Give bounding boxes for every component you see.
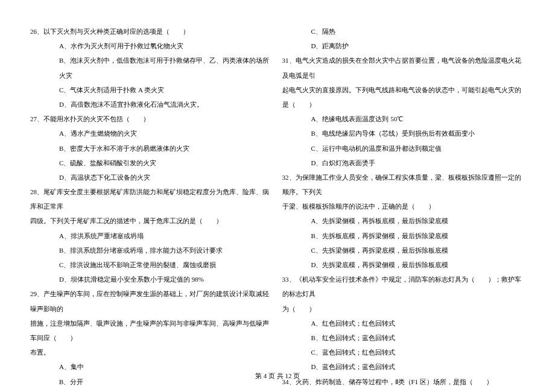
question-26: 26、以下灭火剂与灭火种类正确对应的选项是（ ） A、水作为灭火剂可用于扑救过氧… xyxy=(30,24,273,112)
q31-text: 31、电气火灾造成的损失在全部火灾中占据首要位置，电气设备的危险温度电火花及电弧… xyxy=(282,53,525,82)
right-column: C、隔热 D、距离防护 31、电气火灾造成的损失在全部火灾中占据首要位置，电气设… xyxy=(282,24,525,392)
q28-text2: 四级。下列关于尾矿库工况的描述中，属于危库工况的是（ ） xyxy=(30,213,273,228)
q31-opt-d: D、白炽灯泡表面烫手 xyxy=(282,156,525,170)
q26-text: 26、以下灭火剂与灭火种类正确对应的选项是（ ） xyxy=(30,24,273,39)
question-28: 28、尾矿库安全度主要根据尾矿库防洪能力和尾矿坝稳定程度分为危库、险库、病库和正… xyxy=(30,185,273,286)
left-column: 26、以下灭火剂与灭火种类正确对应的选项是（ ） A、水作为灭火剂可用于扑救过氧… xyxy=(30,24,273,392)
q30-opt-c: C、隔热 xyxy=(282,24,525,39)
q31-opt-c: C、运行中电动机的温度和温升都达到额定值 xyxy=(282,141,525,156)
q33-opt-c: C、蓝色回转式；红色回转式 xyxy=(282,345,525,359)
q29-opt-c: C、有序 xyxy=(30,389,273,392)
q31-opt-b: B、电线绝缘层内导体（芯线）受到损伤后有效截面变小 xyxy=(282,126,525,141)
q32-opt-d: D、先拆梁底模，再拆梁侧模，最后拆除板底模 xyxy=(282,258,525,272)
document-content: 26、以下灭火剂与灭火种类正确对应的选项是（ ） A、水作为灭火剂可用于扑救过氧… xyxy=(30,24,525,392)
q32-opt-a: A、先拆梁侧模，再拆板底模，最后拆除梁底模 xyxy=(282,213,525,228)
q26-opt-a: A、水作为灭火剂可用于扑救过氧化物火灾 xyxy=(30,39,273,53)
q30-opt-d: D、距离防护 xyxy=(282,39,525,53)
q29-text2: 措施，注意增加隔声、吸声设施，产生噪声的车间与非噪声车间、高噪声与低噪声车间应（… xyxy=(30,316,273,345)
q28-text: 28、尾矿库安全度主要根据尾矿库防洪能力和尾矿坝稳定程度分为危库、险库、病库和正… xyxy=(30,185,273,213)
q32-opt-c: C、先拆梁侧模，再拆梁底模，最后拆除板底模 xyxy=(282,243,525,258)
q26-opt-d: D、高倍数泡沫不适宜扑救液化石油气流淌火灾。 xyxy=(30,97,273,112)
q29-text: 29、产生噪声的车间，应在控制噪声发生源的基础上，对厂房的建筑设计采取减轻噪声影… xyxy=(30,286,273,315)
q28-opt-c: C、排洪设施出现不影响正常使用的裂缝、腐蚀或磨损 xyxy=(30,258,273,272)
q27-opt-c: C、硫酸、盐酸和硝酸引发的火灾 xyxy=(30,156,273,170)
q32-opt-b: B、先拆板底模，再拆梁侧模，最后拆除梁底模 xyxy=(282,229,525,243)
question-33: 33、《机动车安全运行技术条件》中规定，消防车的标志灯具为（ ）；救护车的标志灯… xyxy=(282,272,525,374)
question-27: 27、不能用水扑灭的火灾不包括（ ） A、遇水产生燃烧物的火灾 B、密度大于水和… xyxy=(30,112,273,185)
q27-opt-d: D、高温状态下化工设备的火灾 xyxy=(30,170,273,185)
q28-opt-a: A、排洪系统严重堵塞或坍塌 xyxy=(30,229,273,243)
q26-opt-b: B、泡沫灭火剂中，低倍数泡沫可用于扑救储存甲、乙、丙类液体的场所火灾 xyxy=(30,53,273,82)
q28-opt-b: B、排洪系统部分堵塞或坍塌，排水能力达不到设计要求 xyxy=(30,243,273,258)
q34-opt-a: A、起爆药、击发药、火工品制造场所 xyxy=(282,389,525,392)
question-31: 31、电气火灾造成的损失在全部火灾中占据首要位置，电气设备的危险温度电火花及电弧… xyxy=(282,53,525,170)
q29-text3: 布置。 xyxy=(30,345,273,359)
q31-opt-a: A、绝缘电线表面温度达到 50℃ xyxy=(282,112,525,126)
q32-text2: 于梁、板模板拆除顺序的说法中，正确的是（ ） xyxy=(282,199,525,213)
q33-opt-b: B、红色回转式；蓝色回转式 xyxy=(282,330,525,345)
q27-opt-a: A、遇水产生燃烧物的火灾 xyxy=(30,126,273,141)
q27-text: 27、不能用水扑灭的火灾不包括（ ） xyxy=(30,112,273,126)
q28-opt-d: D、坝体抗滑稳定最小安全系数小于规定值的 98% xyxy=(30,272,273,286)
question-32: 32、为保障施工作业人员安全，确保工程实体质量，梁、板模板拆除应遵照一定的顺序。… xyxy=(282,170,525,272)
q31-text2: 起电气火灾的直接原因。下列电气线路和电气设备的状态中，可能引起电气火灾的是（ ） xyxy=(282,83,525,112)
q32-text: 32、为保障施工作业人员安全，确保工程实体质量，梁、板模板拆除应遵照一定的顺序。… xyxy=(282,170,525,199)
q33-text: 33、《机动车安全运行技术条件》中规定，消防车的标志灯具为（ ）；救护车的标志灯… xyxy=(282,272,525,301)
q33-text2: 为（ ） xyxy=(282,302,525,316)
q33-opt-a: A、红色回转式；红色回转式 xyxy=(282,316,525,330)
q27-opt-b: B、密度大于水和不溶于水的易燃液体的火灾 xyxy=(30,141,273,156)
q26-opt-c: C、气体灭火剂适用于扑救 A 类火灾 xyxy=(30,83,273,97)
page-footer: 第 4 页 共 12 页 xyxy=(0,368,555,383)
question-30-cont: C、隔热 D、距离防护 xyxy=(282,24,525,53)
